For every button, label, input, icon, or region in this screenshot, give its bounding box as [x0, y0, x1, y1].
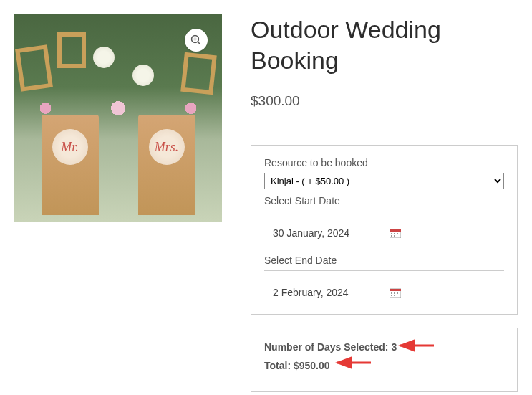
resource-label: Resource to be booked [264, 157, 504, 168]
product-price: $300.00 [251, 93, 518, 109]
svg-rect-14 [394, 292, 395, 294]
total-price: Total: $950.00 [264, 360, 504, 371]
booking-form: Resource to be booked Kinjal - ( + $50.0… [251, 145, 518, 315]
svg-rect-8 [397, 233, 398, 234]
annotation-arrow [332, 357, 374, 370]
chair-mr [42, 115, 99, 215]
product-title: Outdoor Wedding Booking [251, 14, 518, 75]
days-label: Number of Days Selected: [264, 341, 391, 353]
start-date-label: Select Start Date [264, 195, 504, 206]
start-date-value[interactable]: 30 January, 2024 [267, 227, 349, 239]
days-selected: Number of Days Selected: 3 [264, 341, 504, 353]
end-date-value[interactable]: 2 February, 2024 [267, 287, 349, 298]
calendar-icon[interactable] [390, 228, 401, 238]
total-label: Total: [264, 360, 294, 371]
zoom-icon[interactable] [185, 29, 208, 52]
decor-ball [132, 65, 154, 86]
svg-rect-7 [394, 233, 395, 234]
resource-select[interactable]: Kinjal - ( + $50.00 ) [264, 173, 504, 189]
total-value: $950.00 [294, 360, 330, 371]
svg-rect-5 [390, 229, 401, 232]
svg-rect-6 [391, 233, 392, 234]
decor-frame [15, 44, 53, 92]
svg-rect-15 [397, 292, 398, 294]
svg-rect-17 [394, 295, 395, 296]
svg-rect-10 [394, 235, 395, 237]
svg-rect-16 [391, 295, 392, 296]
svg-rect-13 [391, 292, 392, 294]
annotation-arrow [395, 340, 437, 353]
booking-summary: Number of Days Selected: 3 Total: $950.0… [251, 328, 518, 392]
decor-frame [57, 32, 86, 68]
decor-ball [93, 47, 115, 68]
chair-mrs [138, 115, 195, 215]
calendar-icon[interactable] [390, 287, 401, 298]
decor-frame [180, 52, 217, 94]
svg-rect-12 [390, 289, 401, 291]
end-date-label: Select End Date [264, 254, 504, 266]
svg-rect-9 [391, 235, 392, 237]
svg-line-1 [198, 42, 201, 45]
